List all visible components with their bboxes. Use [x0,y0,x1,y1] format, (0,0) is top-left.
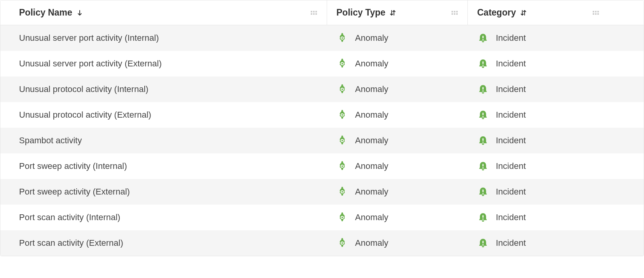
drag-handle-icon[interactable] [451,10,458,16]
cell-policy-name: Port scan activity (Internal) [0,212,327,222]
cell-policy-name: Unusual server port activity (Internal) [0,33,327,43]
policy-name-text: Unusual protocol activity (Internal) [19,84,149,94]
sort-both-icon [520,9,527,16]
incident-bell-icon [477,186,489,198]
cell-policy-name: Unusual protocol activity (Internal) [0,84,327,94]
sort-desc-icon [76,9,83,16]
incident-bell-icon [477,135,489,146]
table-row[interactable]: Unusual protocol activity (External)Anom… [0,102,644,128]
table-header: Policy Name Policy Type Catego [0,0,644,25]
column-label: Policy Type [336,7,385,18]
policy-type-text: Anomaly [355,110,388,120]
policy-type-text: Anomaly [355,33,388,43]
cell-policy-type: Anomaly [327,109,468,121]
policy-type-text: Anomaly [355,136,388,146]
anomaly-icon [336,212,348,223]
anomaly-icon [336,160,348,172]
policy-type-text: Anomaly [355,238,388,248]
table-row[interactable]: Port sweep activity (Internal)AnomalyInc… [0,153,644,179]
policy-type-text: Anomaly [355,84,388,94]
cell-category: Incident [468,212,609,223]
category-text: Incident [496,33,526,43]
cell-policy-name: Port sweep activity (External) [0,187,327,197]
column-label: Policy Name [19,7,72,18]
table-row[interactable]: Unusual server port activity (External)A… [0,51,644,76]
category-text: Incident [496,110,526,120]
drag-handle-icon[interactable] [310,10,317,16]
policy-type-text: Anomaly [355,59,388,69]
table-row[interactable]: Unusual protocol activity (Internal)Anom… [0,76,644,102]
policy-type-text: Anomaly [355,161,388,171]
table-body: Unusual server port activity (Internal)A… [0,25,644,256]
drag-handle-icon[interactable] [592,10,599,16]
category-text: Incident [496,161,526,171]
anomaly-icon [336,83,348,95]
cell-policy-type: Anomaly [327,58,468,70]
table-row[interactable]: Port scan activity (External)AnomalyInci… [0,230,644,256]
cell-policy-type: Anomaly [327,160,468,172]
cell-policy-name: Port sweep activity (Internal) [0,161,327,171]
policy-name-text: Port scan activity (Internal) [19,212,120,222]
policy-type-text: Anomaly [355,187,388,197]
cell-policy-name: Port scan activity (External) [0,238,327,248]
policy-name-text: Port sweep activity (Internal) [19,161,127,171]
cell-policy-name: Unusual server port activity (External) [0,59,327,69]
cell-policy-type: Anomaly [327,237,468,249]
cell-policy-type: Anomaly [327,212,468,223]
anomaly-icon [336,32,348,44]
column-header-policy-type[interactable]: Policy Type [327,0,468,25]
table-row[interactable]: Port sweep activity (External)AnomalyInc… [0,179,644,205]
cell-policy-type: Anomaly [327,135,468,146]
category-text: Incident [496,136,526,146]
policy-name-text: Unusual server port activity (Internal) [19,33,159,43]
cell-category: Incident [468,186,609,198]
incident-bell-icon [477,32,489,44]
cell-policy-type: Anomaly [327,83,468,95]
policy-name-text: Unusual server port activity (External) [19,59,162,69]
cell-policy-name: Unusual protocol activity (External) [0,110,327,120]
column-label: Category [477,7,516,18]
anomaly-icon [336,186,348,198]
policy-name-text: Port scan activity (External) [19,238,123,248]
column-header-category[interactable]: Category [468,0,609,25]
policy-type-text: Anomaly [355,212,388,222]
cell-category: Incident [468,83,609,95]
sort-both-icon [389,9,396,16]
policy-name-text: Port sweep activity (External) [19,187,130,197]
cell-category: Incident [468,109,609,121]
anomaly-icon [336,237,348,249]
cell-policy-type: Anomaly [327,32,468,44]
column-header-policy-name[interactable]: Policy Name [0,0,327,25]
table-row[interactable]: Port scan activity (Internal)AnomalyInci… [0,205,644,230]
policy-name-text: Spambot activity [19,136,82,146]
anomaly-icon [336,58,348,70]
anomaly-icon [336,109,348,121]
incident-bell-icon [477,109,489,121]
policy-name-text: Unusual protocol activity (External) [19,110,151,120]
cell-category: Incident [468,160,609,172]
anomaly-icon [336,135,348,146]
table-row[interactable]: Unusual server port activity (Internal)A… [0,25,644,51]
category-text: Incident [496,84,526,94]
cell-policy-name: Spambot activity [0,136,327,146]
incident-bell-icon [477,58,489,70]
policies-table: Policy Name Policy Type Catego [0,0,644,256]
incident-bell-icon [477,83,489,95]
cell-category: Incident [468,135,609,146]
incident-bell-icon [477,237,489,249]
cell-policy-type: Anomaly [327,186,468,198]
category-text: Incident [496,238,526,248]
category-text: Incident [496,59,526,69]
cell-category: Incident [468,58,609,70]
category-text: Incident [496,187,526,197]
cell-category: Incident [468,32,609,44]
cell-category: Incident [468,237,609,249]
incident-bell-icon [477,212,489,223]
table-row[interactable]: Spambot activityAnomalyIncident [0,128,644,153]
incident-bell-icon [477,160,489,172]
category-text: Incident [496,212,526,222]
